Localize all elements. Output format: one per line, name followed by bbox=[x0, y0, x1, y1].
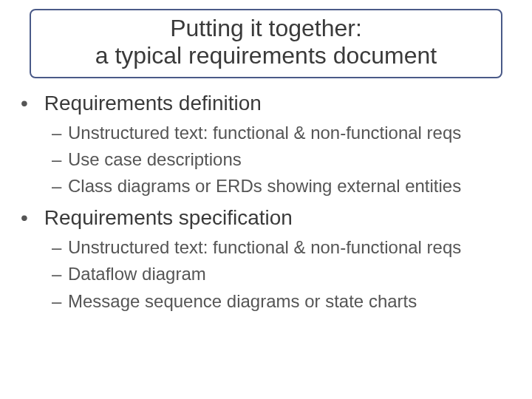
section-heading: Requirements definition bbox=[44, 92, 262, 115]
list-item: Unstructured text: functional & non-func… bbox=[52, 121, 513, 145]
slide-title: Putting it together: a typical requireme… bbox=[30, 9, 502, 78]
bullet-list-level2: Unstructured text: functional & non-func… bbox=[52, 121, 513, 199]
list-item: Class diagrams or ERDs showing external … bbox=[52, 174, 513, 198]
list-item: Unstructured text: functional & non-func… bbox=[52, 236, 513, 259]
title-line-2: a typical requirements document bbox=[95, 42, 437, 69]
list-item: Message sequence diagrams or state chart… bbox=[52, 290, 513, 313]
section-1: Requirements specification Unstructured … bbox=[19, 206, 513, 313]
bullet-list-level1: Requirements definition Unstructured tex… bbox=[19, 92, 513, 313]
list-item: Use case descriptions bbox=[52, 148, 513, 171]
bullet-list-level2: Unstructured text: functional & non-func… bbox=[52, 236, 513, 313]
section-0: Requirements definition Unstructured tex… bbox=[19, 92, 513, 199]
section-heading: Requirements specification bbox=[44, 206, 293, 229]
title-line-1: Putting it together: bbox=[170, 15, 362, 41]
slide-content: Requirements definition Unstructured tex… bbox=[13, 92, 519, 313]
list-item: Dataflow diagram bbox=[52, 262, 513, 286]
